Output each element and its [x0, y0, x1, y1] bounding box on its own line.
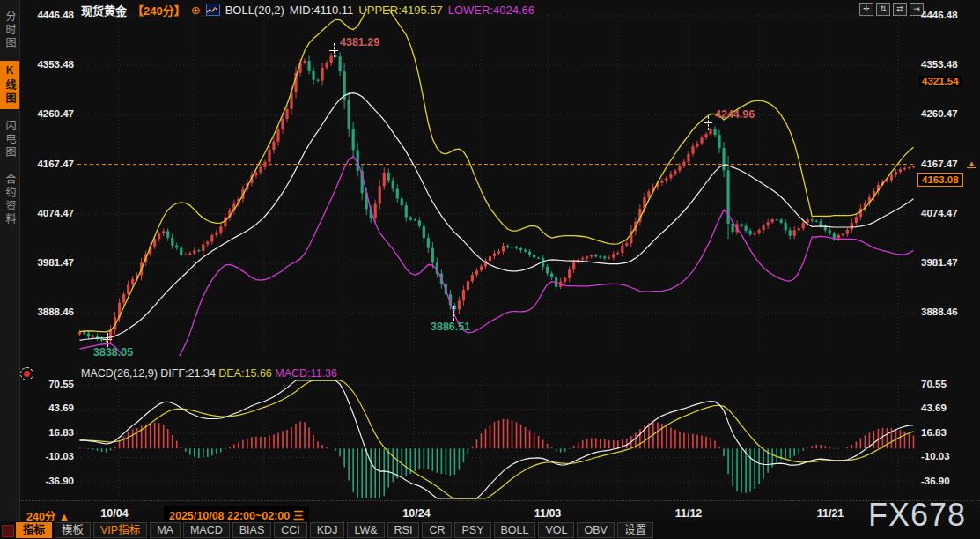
toolbar-item-lw[interactable]: LW& — [347, 522, 384, 538]
extreme-cross-marker — [446, 306, 461, 321]
sidebar-tab-contract-info[interactable]: 合约资料 — [0, 170, 19, 230]
macd-tick: -36.90 — [921, 476, 950, 486]
price-tick: 3888.46 — [921, 306, 958, 317]
macd-tick: -10.03 — [921, 451, 950, 461]
price-tick: 4446.48 — [26, 10, 74, 20]
sidebar-tab-time-chart[interactable]: 分时图 — [0, 7, 19, 54]
toolbar-item-vip[interactable]: VIP指标 — [93, 522, 147, 538]
toolbar-item-obv[interactable]: OBV — [577, 522, 614, 538]
toolbar-item-cr[interactable]: CR — [422, 522, 452, 538]
toolbar-item-settings[interactable]: 设置 — [617, 522, 653, 538]
macd-chart[interactable] — [77, 379, 916, 500]
main-price-chart[interactable] — [77, 9, 916, 356]
macd-tick: 70.55 — [26, 379, 74, 389]
price-tick: 4446.48 — [921, 10, 958, 20]
toolbar-item-vol[interactable]: VOL — [538, 522, 574, 538]
macd-dea-value: DEA:15.66 — [218, 367, 271, 380]
extreme-cross-marker — [100, 333, 114, 347]
timeline-date: 10/04 — [100, 507, 128, 520]
macd-diff-value: DIFF:21.34 — [160, 367, 216, 380]
sidebar-tab-lightning-chart[interactable]: 闪电图 — [0, 116, 19, 163]
macd-tick: 16.83 — [921, 427, 947, 438]
sidebar-tab-kline-chart[interactable]: K线图 — [0, 61, 19, 109]
price-tick: 4260.47 — [26, 108, 74, 119]
annotation-low-mid: 3886.51 — [431, 321, 470, 333]
macd-label: MACD(26,12,9) — [81, 367, 158, 380]
price-tick: 4074.47 — [921, 208, 958, 218]
price-tick: 4353.48 — [26, 59, 74, 70]
toolbar-item-template[interactable]: 模板 — [55, 522, 91, 538]
macd-hist-value: MACD:11.36 — [275, 367, 337, 380]
timeline-date: 11/12 — [675, 507, 703, 520]
price-tick: 4074.47 — [26, 208, 74, 218]
timeline: 240分 ▲ 10/04 2025/10/08 22:00~02:00 三 10… — [19, 500, 980, 522]
macd-tick: -36.90 — [26, 476, 74, 486]
annotation-high-main: 4381.29 — [340, 36, 379, 48]
macd-tick: 16.83 — [26, 427, 74, 438]
price-tick: 3888.46 — [26, 306, 74, 317]
price-tick: 4353.48 — [921, 59, 958, 70]
price-tick: 3981.47 — [921, 257, 958, 268]
macd-header: MACD(26,12,9) DIFF:21.34 DEA:15.66 MACD:… — [81, 367, 337, 380]
macd-tick: 70.55 — [921, 379, 947, 389]
toolbar-item-psy[interactable]: PSY — [454, 522, 490, 538]
timeline-date: 10/24 — [402, 507, 430, 520]
macd-tick: -10.03 — [26, 451, 74, 461]
timeline-date: 11/03 — [534, 507, 562, 520]
macd-tick: 43.69 — [921, 402, 947, 413]
indicator-toolbar: 指标 模板 VIP指标 MA MACD BIAS CCI KDJ LW& RSI… — [0, 521, 980, 539]
app-root: 分时图 K线图 闪电图 合约资料 现货黄金 【240分】 ⊕ BOLL(20,2… — [0, 0, 980, 539]
alert-line-marker-icon: ▲ — [967, 159, 976, 168]
annotation-low-start: 3838.05 — [93, 346, 133, 358]
price-tick: 3981.47 — [26, 257, 74, 268]
toolbar-item-boll[interactable]: BOLL — [494, 522, 536, 538]
extreme-cross-marker — [327, 43, 341, 57]
marked-price-label: 4321.54 — [919, 76, 962, 86]
price-tick: 4167.47 — [921, 159, 958, 169]
fx678-watermark: FX678 — [868, 497, 966, 534]
toolbar-item-bias[interactable]: BIAS — [232, 522, 272, 538]
extreme-cross-marker — [701, 116, 715, 130]
toolbar-item-cci[interactable]: CCI — [274, 522, 307, 538]
toolbar-item-kdj[interactable]: KDJ — [310, 522, 345, 538]
toolbar-item-macd[interactable]: MACD — [183, 522, 230, 538]
corner-indicator-icon — [2, 525, 14, 537]
timeline-date: 11/21 — [817, 507, 844, 520]
sidebar: 分时图 K线图 闪电图 合约资料 — [0, 0, 20, 539]
macd-tick: 43.69 — [26, 402, 74, 413]
toolbar-item-rsi[interactable]: RSI — [387, 522, 420, 538]
price-tick: 4167.47 — [26, 159, 74, 169]
annotation-high-second: 4244.96 — [715, 108, 755, 121]
last-price-badge: 4163.08 — [917, 173, 963, 187]
toolbar-item-indicator[interactable]: 指标 — [16, 522, 52, 538]
price-tick: 4260.47 — [921, 108, 958, 119]
toolbar-item-ma[interactable]: MA — [150, 522, 181, 538]
